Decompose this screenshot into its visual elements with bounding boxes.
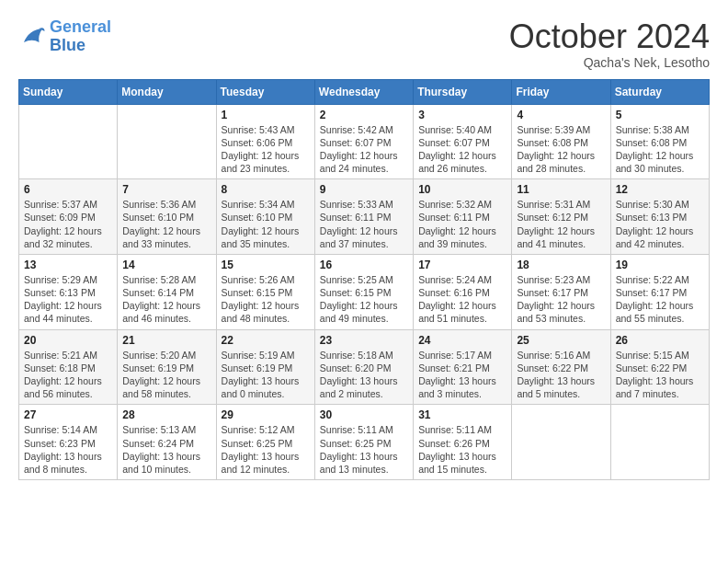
day-number: 15 [222,259,310,271]
day-number: 16 [320,259,408,271]
day-detail: Sunrise: 5:40 AM Sunset: 6:07 PM Dayligh… [418,123,506,176]
day-cell: 4Sunrise: 5:39 AM Sunset: 6:08 PM Daylig… [512,104,610,179]
day-number: 7 [122,183,210,196]
weekday-header-saturday: Saturday [610,79,709,104]
day-detail: Sunrise: 5:34 AM Sunset: 6:10 PM Dayligh… [222,198,310,250]
day-detail: Sunrise: 5:11 AM Sunset: 6:25 PM Dayligh… [320,423,408,476]
day-detail: Sunrise: 5:39 AM Sunset: 6:08 PM Dayligh… [517,123,605,176]
day-detail: Sunrise: 5:15 AM Sunset: 6:22 PM Dayligh… [616,349,704,401]
logo: General Blue [18,18,111,55]
day-cell: 30Sunrise: 5:11 AM Sunset: 6:25 PM Dayli… [314,405,413,480]
week-row-2: 6Sunrise: 5:37 AM Sunset: 6:09 PM Daylig… [19,179,710,255]
day-cell: 9Sunrise: 5:33 AM Sunset: 6:11 PM Daylig… [314,179,413,255]
week-row-5: 27Sunrise: 5:14 AM Sunset: 6:23 PM Dayli… [19,405,710,480]
weekday-row: SundayMondayTuesdayWednesdayThursdayFrid… [19,79,710,104]
day-cell: 31Sunrise: 5:11 AM Sunset: 6:26 PM Dayli… [414,405,512,480]
day-detail: Sunrise: 5:26 AM Sunset: 6:15 PM Dayligh… [222,273,310,326]
day-number: 2 [320,109,408,121]
day-number: 6 [24,183,112,196]
day-detail: Sunrise: 5:38 AM Sunset: 6:08 PM Dayligh… [616,123,704,176]
day-number: 17 [418,259,506,271]
day-detail: Sunrise: 5:33 AM Sunset: 6:11 PM Dayligh… [320,198,408,250]
logo-text: General Blue [50,18,111,55]
day-cell [118,104,216,179]
day-detail: Sunrise: 5:42 AM Sunset: 6:07 PM Dayligh… [320,123,408,176]
week-row-3: 13Sunrise: 5:29 AM Sunset: 6:13 PM Dayli… [19,254,710,329]
day-detail: Sunrise: 5:32 AM Sunset: 6:11 PM Dayligh… [418,198,506,250]
weekday-header-friday: Friday [512,79,610,104]
day-number: 18 [517,259,605,271]
day-detail: Sunrise: 5:29 AM Sunset: 6:13 PM Dayligh… [24,273,112,326]
day-cell: 16Sunrise: 5:25 AM Sunset: 6:15 PM Dayli… [314,254,413,329]
day-detail: Sunrise: 5:21 AM Sunset: 6:18 PM Dayligh… [24,349,112,401]
day-cell: 5Sunrise: 5:38 AM Sunset: 6:08 PM Daylig… [610,104,709,179]
day-detail: Sunrise: 5:11 AM Sunset: 6:26 PM Dayligh… [418,423,506,476]
day-detail: Sunrise: 5:18 AM Sunset: 6:20 PM Dayligh… [320,349,408,401]
month-title: October 2024 [509,18,710,55]
day-number: 29 [222,408,310,421]
day-cell: 11Sunrise: 5:31 AM Sunset: 6:12 PM Dayli… [512,179,610,255]
day-detail: Sunrise: 5:14 AM Sunset: 6:23 PM Dayligh… [24,423,112,476]
day-number: 5 [616,109,704,121]
day-detail: Sunrise: 5:19 AM Sunset: 6:19 PM Dayligh… [222,349,310,401]
day-number: 31 [418,408,506,421]
day-number: 20 [24,334,112,347]
day-cell: 28Sunrise: 5:13 AM Sunset: 6:24 PM Dayli… [118,405,216,480]
week-row-1: 1Sunrise: 5:43 AM Sunset: 6:06 PM Daylig… [19,104,710,179]
day-cell: 23Sunrise: 5:18 AM Sunset: 6:20 PM Dayli… [314,329,413,405]
day-cell: 14Sunrise: 5:28 AM Sunset: 6:14 PM Dayli… [118,254,216,329]
day-number: 11 [517,183,605,196]
day-cell: 6Sunrise: 5:37 AM Sunset: 6:09 PM Daylig… [19,179,118,255]
calendar-header: SundayMondayTuesdayWednesdayThursdayFrid… [19,79,710,104]
day-number: 19 [616,259,704,271]
day-detail: Sunrise: 5:30 AM Sunset: 6:13 PM Dayligh… [616,198,704,250]
day-cell: 24Sunrise: 5:17 AM Sunset: 6:21 PM Dayli… [414,329,512,405]
weekday-header-monday: Monday [118,79,216,104]
day-detail: Sunrise: 5:16 AM Sunset: 6:22 PM Dayligh… [517,349,605,401]
day-detail: Sunrise: 5:25 AM Sunset: 6:15 PM Dayligh… [320,273,408,326]
day-detail: Sunrise: 5:17 AM Sunset: 6:21 PM Dayligh… [418,349,506,401]
day-cell: 7Sunrise: 5:36 AM Sunset: 6:10 PM Daylig… [118,179,216,255]
day-number: 24 [418,334,506,347]
day-number: 10 [418,183,506,196]
day-cell [19,104,118,179]
day-cell: 13Sunrise: 5:29 AM Sunset: 6:13 PM Dayli… [19,254,118,329]
logo-bird-icon [18,23,46,51]
day-number: 3 [418,109,506,121]
day-cell: 12Sunrise: 5:30 AM Sunset: 6:13 PM Dayli… [610,179,709,255]
day-detail: Sunrise: 5:37 AM Sunset: 6:09 PM Dayligh… [24,198,112,250]
day-number: 21 [122,334,210,347]
day-number: 4 [517,109,605,121]
day-number: 30 [320,408,408,421]
day-detail: Sunrise: 5:23 AM Sunset: 6:17 PM Dayligh… [517,273,605,326]
day-number: 27 [24,408,112,421]
day-detail: Sunrise: 5:36 AM Sunset: 6:10 PM Dayligh… [122,198,210,250]
day-number: 8 [222,183,310,196]
day-cell: 8Sunrise: 5:34 AM Sunset: 6:10 PM Daylig… [216,179,314,255]
day-cell: 1Sunrise: 5:43 AM Sunset: 6:06 PM Daylig… [216,104,314,179]
day-detail: Sunrise: 5:13 AM Sunset: 6:24 PM Dayligh… [122,423,210,476]
day-cell: 2Sunrise: 5:42 AM Sunset: 6:07 PM Daylig… [314,104,413,179]
location: Qacha's Nek, Lesotho [509,55,710,70]
day-number: 28 [122,408,210,421]
day-detail: Sunrise: 5:43 AM Sunset: 6:06 PM Dayligh… [222,123,310,176]
day-number: 13 [24,259,112,271]
day-cell: 17Sunrise: 5:24 AM Sunset: 6:16 PM Dayli… [414,254,512,329]
day-number: 9 [320,183,408,196]
day-detail: Sunrise: 5:28 AM Sunset: 6:14 PM Dayligh… [122,273,210,326]
day-cell: 3Sunrise: 5:40 AM Sunset: 6:07 PM Daylig… [414,104,512,179]
day-cell: 29Sunrise: 5:12 AM Sunset: 6:25 PM Dayli… [216,405,314,480]
day-detail: Sunrise: 5:22 AM Sunset: 6:17 PM Dayligh… [616,273,704,326]
weekday-header-tuesday: Tuesday [216,79,314,104]
day-number: 23 [320,334,408,347]
day-cell [610,405,709,480]
day-number: 1 [222,109,310,121]
weekday-header-wednesday: Wednesday [314,79,413,104]
day-cell: 15Sunrise: 5:26 AM Sunset: 6:15 PM Dayli… [216,254,314,329]
weekday-header-thursday: Thursday [414,79,512,104]
day-cell: 27Sunrise: 5:14 AM Sunset: 6:23 PM Dayli… [19,405,118,480]
day-cell: 10Sunrise: 5:32 AM Sunset: 6:11 PM Dayli… [414,179,512,255]
day-number: 25 [517,334,605,347]
day-cell: 21Sunrise: 5:20 AM Sunset: 6:19 PM Dayli… [118,329,216,405]
title-block: October 2024 Qacha's Nek, Lesotho [509,18,710,70]
